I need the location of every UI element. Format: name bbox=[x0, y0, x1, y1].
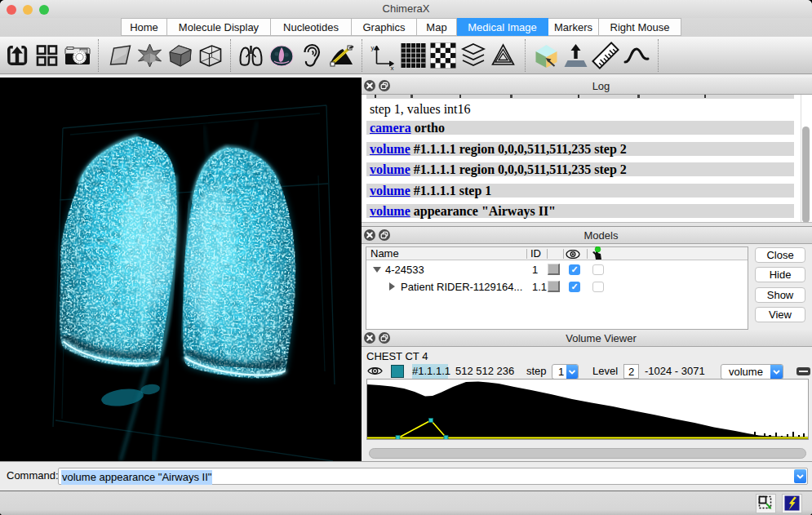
svg-text:x: x bbox=[391, 64, 394, 72]
svg-text:y: y bbox=[371, 44, 375, 51]
